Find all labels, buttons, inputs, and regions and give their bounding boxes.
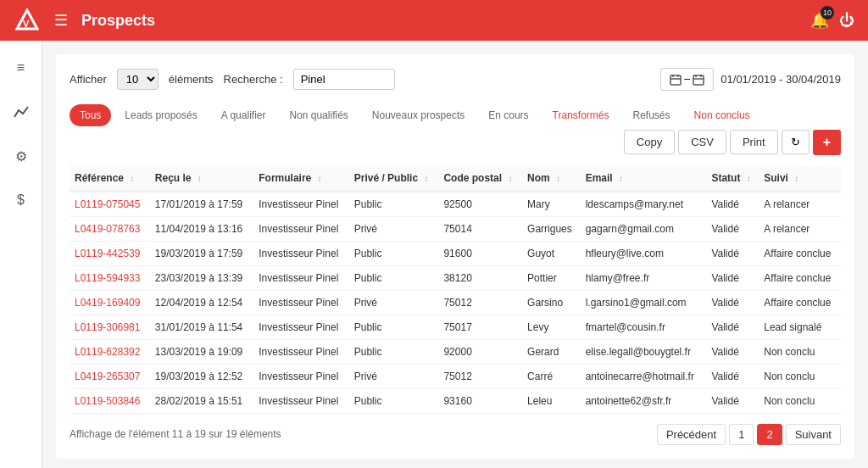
search-input[interactable] <box>293 69 395 90</box>
reference-link[interactable]: L0119-503846 <box>75 395 140 407</box>
table-header-row: Référence ↕ Reçu le ↕ Formulaire ↕ Privé… <box>70 165 841 192</box>
cell-reference: L0419-265307 <box>70 364 150 388</box>
col-code-postal: Code postal ↕ <box>438 165 522 192</box>
cell-formulaire: Investisseur Pinel <box>253 241 348 265</box>
sidebar-item-chart[interactable] <box>8 98 35 125</box>
svg-text:V: V <box>23 19 30 29</box>
print-button[interactable]: Print <box>730 130 778 154</box>
prospects-card: Afficher 10 25 50 éléments Recherche : <box>56 54 854 459</box>
cell-recu: 17/01/2019 à 17:59 <box>150 192 253 217</box>
sidebar-item-settings[interactable]: ⚙ <box>8 142 35 170</box>
cell-formulaire: Investisseur Pinel <box>253 265 348 290</box>
cell-formulaire: Investisseur Pinel <box>253 315 348 339</box>
page-2-button[interactable]: 2 <box>757 424 782 445</box>
reference-link[interactable]: L0119-075045 <box>75 198 140 210</box>
filter-tabs: Tous Leads proposés A qualifier Non qual… <box>70 104 841 155</box>
pagination-controls: Précédent 1 2 Suivant <box>657 424 841 445</box>
reference-link[interactable]: L0119-628392 <box>75 346 140 358</box>
cell-recu: 11/04/2019 à 13:16 <box>150 216 253 241</box>
reference-link[interactable]: L0119-306981 <box>75 321 140 333</box>
refresh-button[interactable]: ↻ <box>782 130 810 154</box>
cell-email: gagarn@gmail.com <box>581 216 707 241</box>
cell-formulaire: Investisseur Pinel <box>253 339 348 364</box>
cell-recu: 12/04/2019 à 12:54 <box>150 290 253 315</box>
cell-suivi: Affaire conclue <box>759 290 841 315</box>
top-header: V ☰ Prospects 🔔 10 ⏻ <box>0 0 868 41</box>
cell-formulaire: Investisseur Pinel <box>253 216 348 241</box>
afficher-select[interactable]: 10 25 50 <box>117 69 159 90</box>
col-suivi: Suivi ↕ <box>759 165 841 192</box>
cell-reference: L0119-075045 <box>70 192 150 217</box>
main-content: Afficher 10 25 50 éléments Recherche : <box>42 41 868 468</box>
reference-link[interactable]: L0119-594933 <box>75 272 140 284</box>
tab-tous[interactable]: Tous <box>70 104 111 126</box>
tab-a-qualifier[interactable]: A qualifier <box>211 104 276 126</box>
add-button[interactable]: + <box>813 130 841 155</box>
cell-reference: L0419-078763 <box>70 216 150 241</box>
cell-recu: 13/03/2019 à 19:09 <box>150 339 253 364</box>
cell-formulaire: Investisseur Pinel <box>253 192 348 217</box>
reference-link[interactable]: L0419-265307 <box>75 370 140 382</box>
reference-link[interactable]: L0119-442539 <box>75 248 140 259</box>
cell-formulaire: Investisseur Pinel <box>253 290 348 315</box>
date-range-button[interactable]: – <box>660 68 714 91</box>
next-page-button[interactable]: Suivant <box>786 424 841 445</box>
cell-prive-public: Public <box>349 241 439 265</box>
sidebar-item-menu[interactable]: ≡ <box>8 54 35 81</box>
cell-nom: Mary <box>522 192 581 217</box>
cell-statut: Validé <box>706 192 759 217</box>
table-row: L0419-265307 19/03/2019 à 12:52 Investis… <box>70 364 841 388</box>
cell-prive-public: Public <box>349 192 439 217</box>
cell-prive-public: Public <box>349 315 439 339</box>
cell-statut: Validé <box>706 388 759 413</box>
cell-reference: L0119-503846 <box>70 388 150 413</box>
cell-reference: L0119-628392 <box>70 339 150 364</box>
tab-non-conclus[interactable]: Non conclus <box>684 104 760 126</box>
cell-cp: 75012 <box>438 364 522 388</box>
page-title: Prospects <box>81 12 810 30</box>
elements-label: éléments <box>169 73 214 86</box>
notification-badge: 10 <box>821 6 834 20</box>
pagination: Affichage de l'élément 11 à 19 sur 19 él… <box>70 424 841 445</box>
cell-cp: 91600 <box>438 241 522 265</box>
tab-non-qualifies[interactable]: Non qualifiés <box>279 104 358 126</box>
cell-email: hfleury@live.com <box>581 241 707 265</box>
reference-link[interactable]: L0419-078763 <box>75 223 140 235</box>
cell-suivi: Affaire conclue <box>759 241 841 265</box>
header-icons: 🔔 10 ⏻ <box>810 11 854 30</box>
cell-nom: Garsino <box>522 290 581 315</box>
table-row: L0119-594933 23/03/2019 à 13:39 Investis… <box>70 265 841 290</box>
cell-statut: Validé <box>706 241 759 265</box>
notification-button[interactable]: 🔔 10 <box>810 11 829 30</box>
cell-recu: 19/03/2019 à 12:52 <box>150 364 253 388</box>
prev-page-button[interactable]: Précédent <box>657 424 726 445</box>
sidebar-item-dollar[interactable]: $ <box>8 187 35 214</box>
tab-en-cours[interactable]: En cours <box>478 104 538 126</box>
table-row: L0119-628392 13/03/2019 à 19:09 Investis… <box>70 339 841 364</box>
power-button[interactable]: ⏻ <box>839 12 854 30</box>
cell-statut: Validé <box>706 364 759 388</box>
cell-cp: 75014 <box>438 216 522 241</box>
copy-button[interactable]: Copy <box>624 130 675 154</box>
cell-suivi: Non conclu <box>759 339 841 364</box>
col-formulaire: Formulaire ↕ <box>253 165 348 192</box>
pagination-info: Affichage de l'élément 11 à 19 sur 19 él… <box>70 428 281 440</box>
page-1-button[interactable]: 1 <box>729 424 754 445</box>
tab-transformes[interactable]: Transformés <box>542 104 620 126</box>
cell-prive-public: Privé <box>349 290 439 315</box>
table-row: L0419-078763 11/04/2019 à 13:16 Investis… <box>70 216 841 241</box>
tab-leads-proposes[interactable]: Leads proposés <box>114 104 207 126</box>
csv-button[interactable]: CSV <box>678 130 726 154</box>
cell-recu: 19/03/2019 à 17:59 <box>150 241 253 265</box>
cell-suivi: Non conclu <box>759 388 841 413</box>
hamburger-button[interactable]: ☰ <box>54 11 68 30</box>
table-row: L0119-075045 17/01/2019 à 17:59 Investis… <box>70 192 841 217</box>
col-reference: Référence ↕ <box>70 165 150 192</box>
tab-refuses[interactable]: Refusés <box>623 104 681 126</box>
reference-link[interactable]: L0419-169409 <box>75 297 140 309</box>
top-controls: Afficher 10 25 50 éléments Recherche : <box>70 68 841 91</box>
cell-cp: 38120 <box>438 265 522 290</box>
sidebar: ≡ ⚙ $ <box>0 41 42 468</box>
cell-nom: Garrigues <box>522 216 581 241</box>
tab-nouveaux-prospects[interactable]: Nouveaux prospects <box>362 104 475 126</box>
